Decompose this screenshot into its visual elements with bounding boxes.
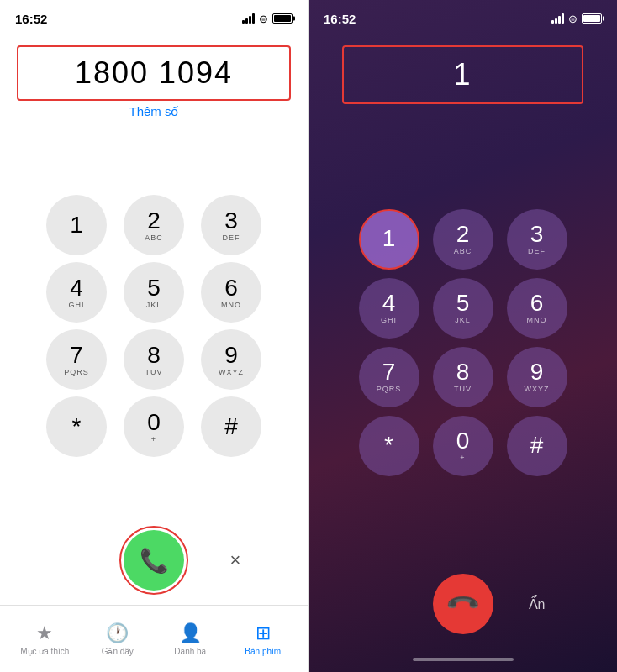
end-call-button[interactable]: 📞	[433, 574, 493, 634]
tab-favorites-label: Mục ưa thích	[20, 647, 69, 656]
right-dial-btn-0[interactable]: 0+	[433, 416, 493, 476]
placeholder-left	[42, 530, 103, 591]
right-dial-btn-1[interactable]: 1	[359, 209, 419, 270]
dial-btn-8[interactable]: 8TUV	[124, 329, 184, 390]
right-dial-btn-2[interactable]: 2ABC	[433, 209, 493, 270]
number-display-left: 1800 1094	[17, 45, 291, 101]
add-number-link[interactable]: Thêm số	[129, 104, 178, 118]
battery-fill-left	[274, 15, 291, 22]
phone-icon: 📞	[140, 547, 169, 575]
number-display-right: 1	[342, 45, 583, 104]
right-dial-btn-hash[interactable]: #	[507, 416, 567, 476]
keypad-icon: ⊞	[256, 622, 271, 644]
right-dial-btn-9[interactable]: 9WXYZ	[507, 347, 567, 407]
home-indicator-right	[308, 651, 617, 668]
add-number-container: Thêm số	[0, 104, 308, 119]
call-button[interactable]: 📞	[124, 530, 184, 591]
clock-icon: 🕐	[106, 622, 129, 644]
phone-right: 16:52 ⊜ 1 1 2ABC 3DEF 4GHI 5JKL 6MNO 7PQ…	[308, 0, 617, 672]
dial-btn-4[interactable]: 4GHI	[46, 262, 107, 323]
battery-icon-right	[582, 13, 602, 24]
right-placeholder	[359, 574, 419, 634]
right-dial-btn-7[interactable]: 7PQRS	[359, 347, 419, 407]
tab-bar: ★ Mục ưa thích 🕐 Gần đây 👤 Danh ba ⊞ Bàn…	[0, 605, 308, 672]
battery-icon-left	[272, 13, 293, 24]
dial-btn-6[interactable]: 6MNO	[201, 262, 261, 323]
dialpad-row-1: 1 2ABC 3DEF	[46, 195, 261, 255]
status-icons-right: ⊜	[551, 13, 602, 25]
end-call-icon: 📞	[444, 585, 482, 623]
right-dial-btn-3[interactable]: 3DEF	[507, 209, 567, 270]
right-dialpad-row-3: 7PQRS 8TUV 9WXYZ	[359, 347, 567, 407]
signal-icon-right	[551, 13, 564, 24]
right-dialpad-row-4: * 0+ #	[359, 416, 567, 476]
tab-contacts[interactable]: 👤 Danh ba	[154, 622, 227, 656]
dial-btn-hash[interactable]: #	[201, 396, 261, 457]
action-row-left: 📞 ×	[0, 526, 308, 595]
dialpad-row-2: 4GHI 5JKL 6MNO	[46, 262, 261, 323]
time-right: 16:52	[324, 12, 356, 26]
dial-btn-9[interactable]: 9WXYZ	[201, 329, 261, 390]
right-dial-btn-star[interactable]: *	[359, 416, 419, 476]
right-dial-btn-6[interactable]: 6MNO	[507, 278, 567, 339]
home-bar-right	[413, 658, 514, 661]
battery-fill-right	[583, 15, 600, 22]
dial-btn-0[interactable]: 0+	[124, 396, 184, 457]
dial-btn-7[interactable]: 7PQRS	[46, 329, 107, 390]
tab-contacts-label: Danh ba	[174, 647, 206, 656]
status-icons-left: ⊜	[242, 13, 293, 25]
tab-favorites[interactable]: ★ Mục ưa thích	[8, 622, 82, 656]
number-text-right: 1	[453, 57, 472, 92]
wifi-icon-left: ⊜	[259, 13, 268, 25]
status-bar-right: 16:52 ⊜	[308, 0, 617, 37]
time-left: 16:52	[15, 12, 47, 26]
tab-recents-label: Gần đây	[102, 647, 134, 656]
dial-btn-5[interactable]: 5JKL	[124, 262, 184, 323]
tab-keypad-label: Bàn phím	[245, 647, 281, 656]
right-dial-btn-5[interactable]: 5JKL	[433, 278, 493, 339]
right-dial-btn-8[interactable]: 8TUV	[433, 347, 493, 407]
tab-recents[interactable]: 🕐 Gần đây	[82, 622, 155, 656]
call-btn-wrapper: 📞	[119, 526, 188, 595]
tab-keypad[interactable]: ⊞ Bàn phím	[227, 622, 300, 656]
person-icon: 👤	[179, 622, 202, 644]
dialpad-left: 1 2ABC 3DEF 4GHI 5JKL 6MNO 7PQRS 8TUV 9W…	[0, 136, 308, 516]
status-bar-left: 16:52 ⊜	[0, 0, 308, 37]
right-dialpad-row-2: 4GHI 5JKL 6MNO	[359, 278, 567, 339]
phone-left: 16:52 ⊜ 1800 1094 Thêm số 1 2ABC 3DEF 4G…	[0, 0, 308, 672]
dial-btn-star[interactable]: *	[46, 396, 107, 457]
dialpad-row-4: * 0+ #	[46, 396, 261, 457]
action-row-right: 📞 Ẩn	[308, 574, 617, 634]
dialpad-right: 1 2ABC 3DEF 4GHI 5JKL 6MNO 7PQRS 8TUV 9W…	[308, 121, 617, 564]
signal-icon-left	[242, 13, 255, 24]
dial-btn-1[interactable]: 1	[46, 195, 107, 255]
wifi-icon-right: ⊜	[568, 13, 577, 25]
delete-button[interactable]: ×	[205, 530, 266, 591]
dial-btn-2[interactable]: 2ABC	[124, 195, 184, 255]
number-text-left: 1800 1094	[75, 55, 233, 90]
hide-label[interactable]: Ẩn	[507, 596, 567, 612]
dialpad-row-3: 7PQRS 8TUV 9WXYZ	[46, 329, 261, 390]
dial-btn-3[interactable]: 3DEF	[201, 195, 261, 255]
delete-icon: ×	[230, 549, 241, 571]
star-icon: ★	[36, 622, 53, 644]
right-dialpad-row-1: 1 2ABC 3DEF	[359, 209, 567, 270]
right-dial-btn-4[interactable]: 4GHI	[359, 278, 419, 339]
